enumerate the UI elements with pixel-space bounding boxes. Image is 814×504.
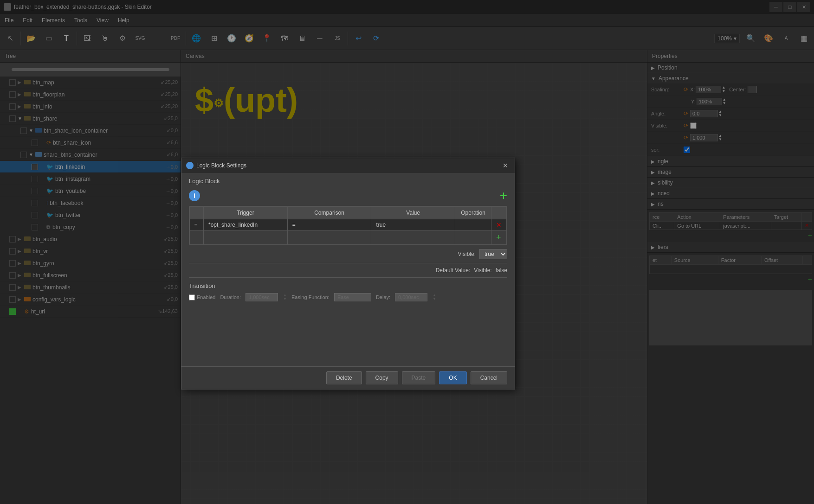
transition-row: Enabled Duration: ▲ ▼ Easing Function: D… (189, 293, 507, 301)
operation-cell-2 (455, 231, 491, 245)
ok-button[interactable]: OK (439, 371, 466, 384)
add-row-button[interactable]: + (500, 189, 507, 202)
row-handle: ≡ (190, 219, 204, 231)
modal-icon (186, 162, 194, 169)
col-comparison: Comparison (287, 207, 371, 219)
modal-title: Logic Block Settings (196, 162, 501, 169)
copy-button[interactable]: Copy (366, 371, 398, 384)
modal-overlay: Logic Block Settings ✕ Logic Block i + T… (0, 0, 814, 504)
trigger-cell[interactable] (204, 219, 288, 231)
col-value: Value (371, 207, 455, 219)
operation-cell[interactable] (455, 219, 491, 231)
modal-body: Logic Block i + Trigger Comparison Value… (181, 173, 515, 366)
paste-button[interactable]: Paste (402, 371, 436, 384)
delete-cell-2: + (491, 231, 507, 245)
default-value-label: Default Value: (436, 267, 471, 274)
logic-block-modal: Logic Block Settings ✕ Logic Block i + T… (181, 158, 515, 389)
col-handle (190, 207, 204, 219)
row-handle-2 (190, 231, 204, 245)
default-visible-label: Visible: (474, 267, 491, 274)
duration-input (245, 293, 278, 301)
visible-row: Visible: true false (189, 249, 507, 259)
enabled-checkbox-row: Enabled (189, 294, 215, 300)
trigger-cell-2 (204, 231, 288, 245)
modal-footer: Delete Copy Paste OK Cancel (181, 366, 515, 389)
enabled-label: Enabled (197, 294, 215, 300)
comparison-cell-2 (287, 231, 371, 245)
logic-row-2: + (190, 231, 507, 245)
value-cell[interactable] (371, 219, 455, 231)
value-cell-2 (371, 231, 455, 245)
duration-spin: ▲ ▼ (283, 293, 287, 301)
default-value-section: Default Value: Visible: false (189, 263, 507, 277)
add-row-button-2[interactable]: + (496, 233, 501, 242)
delete-row-button[interactable]: ✕ (496, 221, 502, 229)
modal-close-button[interactable]: ✕ (501, 161, 510, 170)
col-delete (491, 207, 507, 219)
info-button[interactable]: i (189, 190, 200, 201)
comparison-cell[interactable] (287, 219, 371, 231)
logic-table: Trigger Comparison Value Operation ≡ (189, 206, 507, 245)
delay-spin: ▲ ▼ (433, 293, 436, 301)
transition-section: Transition Enabled Duration: ▲ ▼ Easing … (189, 277, 507, 306)
logic-block-label: Logic Block (189, 178, 507, 185)
modal-controls-row: i + (189, 189, 507, 202)
col-trigger: Trigger (204, 207, 288, 219)
logic-row-1: ≡ ✕ (190, 219, 507, 231)
delete-button[interactable]: Delete (326, 371, 362, 384)
trigger-input[interactable] (208, 222, 283, 228)
default-visible-value: false (496, 267, 507, 274)
value-input[interactable] (376, 222, 450, 228)
transition-header: Transition (189, 282, 507, 289)
duration-label: Duration: (220, 294, 241, 300)
logic-table-wrap: Trigger Comparison Value Operation ≡ (189, 206, 507, 245)
transition-enabled-checkbox[interactable] (189, 294, 195, 300)
col-operation: Operation (455, 207, 491, 219)
easing-label: Easing Function: (291, 294, 329, 300)
delay-input (395, 293, 427, 301)
visible-select[interactable]: true false (479, 249, 507, 259)
delete-cell: ✕ (491, 219, 507, 231)
comparison-input[interactable] (292, 222, 367, 228)
cancel-button[interactable]: Cancel (471, 371, 507, 384)
visible-label: Visible: (458, 251, 476, 257)
delay-label: Delay: (376, 294, 390, 300)
modal-titlebar: Logic Block Settings ✕ (181, 158, 515, 173)
easing-input (334, 293, 371, 301)
